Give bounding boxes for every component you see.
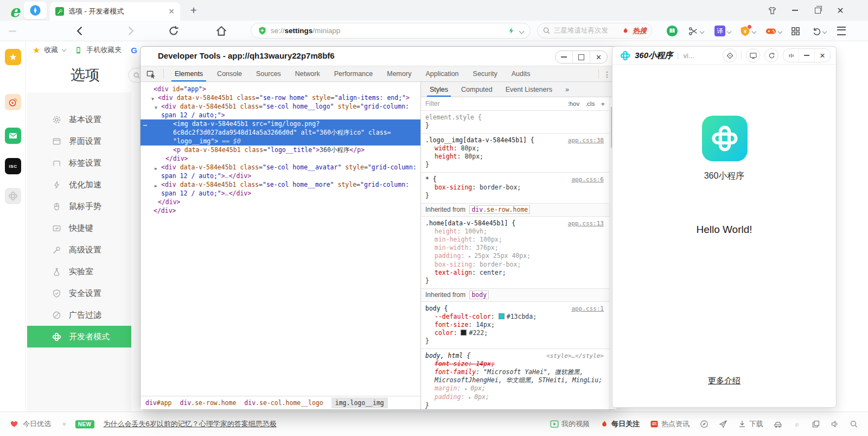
forward-icon[interactable] (124, 24, 137, 37)
elements-node-line[interactable]: <p data-v-584e45b1 class="logo__title">3… (141, 146, 420, 154)
daily-picks-label[interactable]: 今日优选 (23, 419, 51, 429)
miniapp-desktop-button[interactable] (746, 48, 760, 62)
css-property[interactable]: font-size: 14px; (425, 360, 605, 368)
styles-tab-computed[interactable]: Computed (455, 82, 499, 97)
devtools-titlebar[interactable]: Developer Tools - app://qh13waury22p7m8b… (141, 47, 616, 66)
statusbar-item-efade[interactable]: e (793, 420, 801, 428)
css-property[interactable]: min-width: 376px; (425, 244, 605, 252)
address-bar[interactable]: se://settings/miniapp (251, 23, 531, 39)
devtools-tab-security[interactable]: Security (466, 66, 505, 81)
elements-node-line[interactable]: span 12 / auto;"> (141, 111, 420, 119)
tab-close-icon[interactable]: ✕ (168, 8, 175, 15)
css-property[interactable]: padding: ▸ 25px 25px 40px; (425, 252, 605, 261)
games-button[interactable] (765, 25, 777, 37)
css-property[interactable]: font-family: "Microsoft YaHei", 微软雅黑, Mi… (425, 368, 605, 384)
favorites-app-icon[interactable]: ★ (5, 49, 21, 65)
inherited-selector-badge[interactable]: div.se-row.home (469, 205, 530, 214)
miniapp-minimize-button[interactable] (799, 49, 814, 62)
elements-node-line[interactable]: span 12 / auto;">…</div> (141, 189, 420, 198)
settings-menu-item-flask[interactable]: 实验室 (27, 261, 131, 282)
collapse-chevron-icon[interactable]: » (61, 422, 68, 426)
reader-book-button[interactable] (666, 25, 678, 37)
settings-menu-item-clover[interactable]: 开发者模式 (27, 326, 131, 347)
hot-search-label[interactable]: 热搜 (633, 26, 647, 36)
style-rule[interactable]: <style>…</style>body, html {font-size: 1… (421, 349, 609, 409)
miniapp-more-icon[interactable] (783, 49, 799, 62)
devtools-tab-memory[interactable]: Memory (380, 66, 418, 81)
translate-button[interactable]: 译 (714, 25, 726, 37)
favorites-dropdown-icon[interactable] (62, 48, 66, 52)
devtools-maximize-button[interactable] (572, 51, 590, 63)
statusbar-item-news[interactable]: 热点资讯 (650, 419, 690, 429)
statusbar-item-compass2[interactable] (700, 420, 709, 428)
refresh-icon[interactable] (167, 24, 180, 37)
devtools-tab-application[interactable]: Application (418, 66, 465, 81)
compass-button[interactable] (24, 2, 47, 19)
search-box[interactable]: 三星堆遗址再次发 热搜 (537, 23, 652, 39)
elements-selected-node[interactable]: "logo__img"> == $0 (141, 137, 420, 146)
elements-tree[interactable]: <div id="app">▼<div data-v-584e45b1 clas… (141, 82, 420, 396)
window-close-button[interactable]: ✕ (834, 5, 846, 16)
skin-button[interactable] (766, 5, 778, 16)
style-rule[interactable]: app.css:1body {--default-color: #13cbda;… (421, 302, 609, 349)
styles-tab-event-listeners[interactable]: Event Listeners (499, 82, 559, 97)
css-property[interactable]: font-size: 14px; (425, 321, 605, 329)
settings-menu-item-gear[interactable]: 基本设置 (27, 109, 131, 130)
statusbar-item-flame[interactable]: 每日关注 (600, 419, 640, 429)
statusbar-item-search[interactable] (850, 420, 858, 428)
settings-menu-item-bolt[interactable]: 优化加速 (27, 174, 131, 195)
scissors-dropdown-icon[interactable] (700, 29, 704, 34)
statusbar-item-stack[interactable] (812, 420, 820, 428)
miniapp-close-button[interactable]: ✕ (814, 49, 830, 62)
statusbar-item-download[interactable]: 下载 (738, 419, 763, 429)
browser-tab[interactable]: 选项 - 开发者模式 ✕ (50, 2, 180, 21)
stylesheet-link[interactable]: app.css:13 (568, 219, 604, 228)
elements-node-line[interactable]: <div id="app"> (141, 85, 420, 93)
class-toggle-button[interactable]: .cls (585, 100, 595, 107)
statusbar-item-car[interactable] (774, 420, 782, 428)
undo-button[interactable] (810, 25, 822, 37)
stylesheet-link[interactable]: app.css:1 (571, 305, 604, 313)
elements-selected-node[interactable]: …<img data-v-584e45b1 src="img/logo.png? (141, 119, 420, 128)
screenshot-button[interactable] (687, 25, 699, 37)
new-rule-button[interactable]: + (601, 100, 605, 108)
elements-node-line[interactable]: </div> (141, 198, 420, 206)
color-swatch[interactable] (461, 330, 467, 336)
settings-menu-item-window[interactable]: 界面设置 (27, 130, 131, 152)
css-property[interactable]: width: 80px; (425, 144, 605, 153)
css-property[interactable]: box-sizing: border-box; (425, 261, 605, 269)
styles-tab-styles[interactable]: Styles (423, 82, 455, 97)
miniapp-more-link[interactable]: 更多介绍 (612, 376, 836, 386)
filter-input[interactable]: Filter (425, 100, 440, 108)
settings-menu-item-tab[interactable]: 标签设置 (27, 152, 131, 174)
settings-menu-item-wrench[interactable]: 高级设置 (27, 239, 131, 261)
css-property[interactable]: height: 100vh; (425, 228, 605, 236)
statusbar-item-play[interactable]: 我的视频 (550, 419, 590, 429)
devtools-more-icon[interactable]: ⋮ (603, 70, 611, 79)
mail-app-icon[interactable] (5, 128, 21, 144)
elements-node-line[interactable]: ▶<div data-v-584e45b1 class="se-col home… (141, 163, 420, 172)
breadcrumb-item[interactable]: div.se-col.home__logo (244, 399, 323, 407)
google-bookmark-icon[interactable]: G (131, 46, 137, 55)
favorites-label[interactable]: 收藏 (44, 45, 58, 55)
stylesheet-link[interactable]: app.css:38 (568, 136, 604, 144)
devtools-minimize-button[interactable] (556, 51, 572, 63)
devtools-tab-performance[interactable]: Performance (327, 66, 380, 81)
elements-node-line[interactable]: ▶<div data-v-584e45b1 class="se-col home… (141, 180, 420, 189)
weibo-app-icon[interactable] (5, 94, 21, 110)
elements-node-line[interactable]: ▼<div data-v-584e45b1 class="se-col home… (141, 102, 420, 111)
miniapp-header[interactable]: 360小程序 | vi... ✕ (612, 47, 836, 65)
css-property[interactable]: margin: ▸ 0px; (425, 384, 605, 393)
new-tab-button[interactable]: + (188, 4, 200, 16)
phone-favorites-label[interactable]: 手机收藏夹 (86, 45, 122, 55)
css-property[interactable]: height: 80px; (425, 153, 605, 161)
pseudo-state-button[interactable]: :hov (567, 100, 579, 107)
styles-tab--[interactable]: » (559, 82, 576, 97)
elements-selected-node[interactable]: 6c8dc2f3d027ada9548d14a5a3266d0d" alt="3… (141, 128, 420, 137)
main-menu-button[interactable] (835, 25, 847, 37)
window-minimize-button[interactable] (789, 5, 801, 16)
css-property[interactable]: padding: ▸ 0px; (425, 393, 605, 402)
stylesheet-link[interactable]: <style>…</style> (546, 352, 604, 360)
css-property[interactable]: text-align: center; (425, 269, 605, 277)
devtools-tab-console[interactable]: Console (210, 66, 249, 81)
